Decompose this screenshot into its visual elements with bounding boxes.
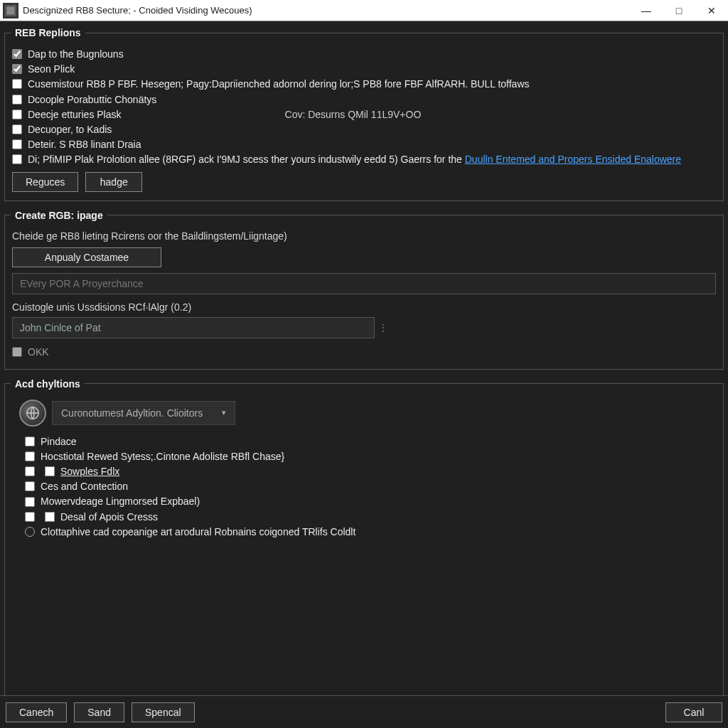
chk-deecje-box[interactable]	[12, 109, 22, 119]
canech-button[interactable]: Canech	[6, 702, 67, 722]
chk-seon-plick-box[interactable]	[12, 64, 22, 74]
chk-deteir-box[interactable]	[12, 139, 22, 149]
chk-pfmip-box[interactable]	[12, 154, 22, 164]
radio-clottaphive-circle[interactable]	[25, 527, 35, 537]
chk-desal-apois-box[interactable]	[25, 512, 35, 522]
chk-hocstiotal-box[interactable]	[25, 451, 35, 461]
chk-hocstiotal[interactable]: Hocstiotal Rewed Sytess;.Cintone Adolist…	[25, 450, 284, 463]
proyerchance-input[interactable]	[12, 273, 716, 294]
globe-icon	[19, 400, 46, 427]
extra-box-icon	[45, 466, 55, 476]
chk-pfmip[interactable]: Di; PfiMIP Plak Prolotion allee (8RGF) a…	[12, 153, 681, 166]
group-reb-replions: REB Replions Dap to the Bugnlouns Seon P…	[4, 27, 724, 201]
titlebar: Descignized RB8 Secture; - Cnoided Visid…	[0, 0, 728, 21]
sand-button[interactable]: Sand	[74, 702, 124, 722]
chk-deecje[interactable]: Deecje etturies Plask	[12, 108, 122, 121]
group-acd-chyltions: Acd chyltions Curonotumest Adyltion. Cli…	[4, 378, 724, 717]
field-suffix-icon: ⋮	[379, 323, 387, 333]
footer-bar: Canech Sand Spencal Canl	[0, 695, 728, 728]
chk-sowples[interactable]: Sowples Fdlx	[25, 465, 119, 478]
minimize-button[interactable]: —	[630, 0, 663, 21]
anpualy-costamee-button[interactable]: Anpualy Costamee	[12, 247, 161, 267]
chk-dcoople[interactable]: Dcoople Porabuttic Chonätys	[12, 93, 156, 106]
maximize-button[interactable]: □	[663, 0, 695, 21]
inline-cov-desurns: Cov: Desurns QMil 11L9V+OO	[285, 109, 422, 120]
chk-seon-plick[interactable]: Seon Plick	[12, 63, 75, 75]
svg-rect-1	[7, 6, 15, 14]
chk-mowervdeage[interactable]: Mowervdeage Lingmorsed Expbael)	[25, 495, 200, 508]
group-create-rgb: Create RGB: ipage Cheide ge RB8 lieting …	[4, 210, 724, 370]
link-duulln-entemed[interactable]: Duulln Entemed and Propers Ensided Enalo…	[465, 154, 681, 165]
window-title: Descignized RB8 Secture; - Cnoided Visid…	[23, 5, 252, 16]
canl-button[interactable]: Canl	[665, 702, 722, 722]
chk-cusemistour-box[interactable]	[12, 79, 22, 89]
reguces-button[interactable]: Reguces	[12, 172, 78, 192]
chk-dap-bugnlouns-box[interactable]	[12, 49, 22, 59]
chk-cusemistour[interactable]: Cusemistour RB8 P FBF. Hesegen; Pagy:Dap…	[12, 77, 530, 90]
adyltion-dropdown[interactable]: Curonotumest Adyltion. Clioitors ▾	[52, 401, 235, 425]
chk-sowples-box[interactable]	[25, 466, 35, 476]
chk-decuoper[interactable]: Decuoper, to Kadis	[12, 123, 112, 136]
group-acd-chyltions-legend: Acd chyltions	[11, 378, 85, 390]
spencal-button[interactable]: Spencal	[132, 702, 195, 722]
create-rgb-desc: Cheide ge RB8 lieting Rcirens oor the Ba…	[12, 230, 287, 242]
chk-pindace-box[interactable]	[25, 437, 35, 446]
chk-mowervdeage-box[interactable]	[25, 497, 35, 507]
chk-dap-bugnlouns[interactable]: Dap to the Bugnlouns	[12, 48, 124, 60]
app-icon	[3, 3, 18, 18]
extra-box-icon-2	[45, 512, 55, 522]
chk-desal-apois[interactable]: Desal of Apois Cresss	[25, 510, 158, 523]
group-reb-replions-legend: REB Replions	[11, 27, 85, 38]
chk-deteir[interactable]: Deteir. S RB8 linant Draia	[12, 138, 141, 151]
chk-okk[interactable]: OKK	[12, 346, 49, 358]
radio-clottaphive[interactable]: Clottaphive cad copeanige art arodural R…	[25, 525, 355, 538]
hadge-button[interactable]: hadge	[85, 172, 142, 192]
chk-okk-box[interactable]	[12, 347, 22, 357]
chk-decuoper-box[interactable]	[12, 124, 22, 134]
chk-dcoople-box[interactable]	[12, 95, 22, 105]
chevron-down-icon: ▾	[222, 408, 226, 417]
ussdisions-label: Cuistogle unis Ussdisions RCf·lAlgr (0.2…	[12, 301, 191, 313]
john-cinlce-input[interactable]	[12, 317, 375, 338]
group-create-rgb-legend: Create RGB: ipage	[11, 210, 107, 221]
chk-ces-contection-box[interactable]	[25, 481, 35, 491]
close-button[interactable]: ✕	[695, 0, 728, 21]
chk-pindace[interactable]: Pindace	[25, 435, 77, 448]
chk-ces-contection[interactable]: Ces and Contection	[25, 480, 128, 493]
